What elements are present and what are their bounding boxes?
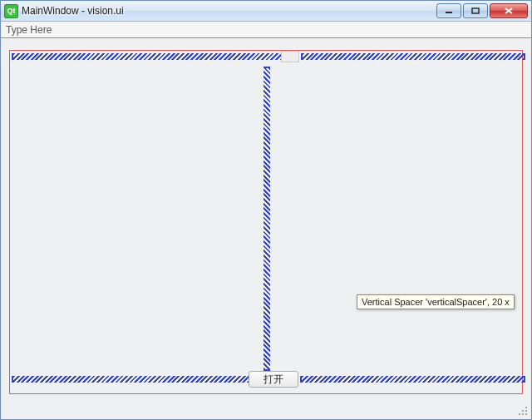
qt-logo-icon: Qt xyxy=(4,4,18,18)
minimize-button[interactable] xyxy=(436,3,461,18)
close-button[interactable] xyxy=(490,3,528,18)
horizontal-spacer-bottom-right[interactable] xyxy=(300,376,525,383)
horizontal-spacer-bottom-left[interactable] xyxy=(12,376,250,383)
vertical-spacer[interactable] xyxy=(264,67,270,371)
menubar[interactable]: Type Here xyxy=(0,22,532,38)
window-titlebar: Qt MainWindow - vision.ui xyxy=(0,0,532,22)
svg-rect-1 xyxy=(472,8,479,13)
size-grip-icon[interactable] xyxy=(517,405,529,417)
window-controls xyxy=(436,3,528,18)
open-button[interactable]: 打开 xyxy=(249,371,298,388)
maximize-button[interactable] xyxy=(463,3,488,18)
horizontal-spacer-top-right[interactable] xyxy=(301,53,525,60)
menubar-type-here-hint[interactable]: Type Here xyxy=(6,24,52,36)
spacer-tooltip: Vertical Spacer 'verticalSpacer', 20 x xyxy=(357,294,515,309)
horizontal-spacer-top-left[interactable] xyxy=(12,53,283,60)
form-canvas[interactable]: 打开 Vertical Spacer 'verticalSpacer', 20 … xyxy=(0,38,532,420)
empty-widget-placeholder[interactable] xyxy=(281,51,299,62)
window-title: MainWindow - vision.ui xyxy=(22,5,124,17)
